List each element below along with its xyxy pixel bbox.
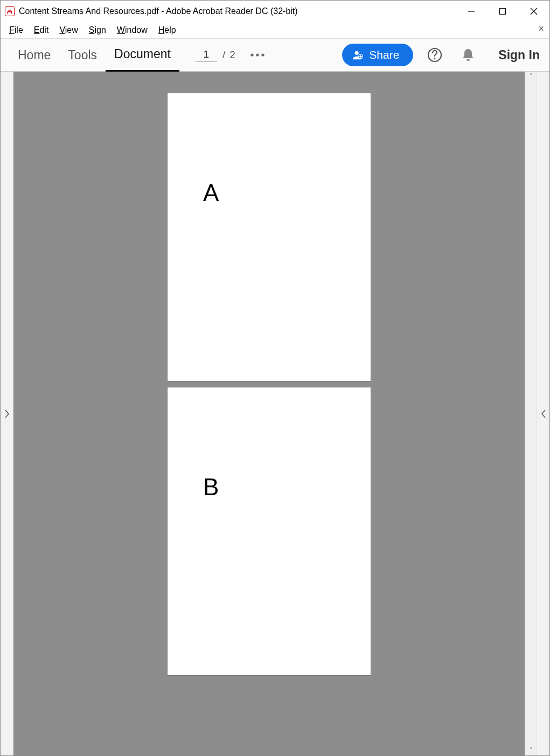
document-container: A B ˄ ˅: [1, 72, 549, 755]
svg-point-7: [261, 53, 264, 56]
menu-help[interactable]: Help: [153, 24, 182, 36]
menu-sign[interactable]: Sign: [83, 24, 112, 36]
svg-point-5: [250, 53, 253, 56]
share-person-icon: [352, 49, 364, 61]
menu-bar: File Edit View Sign Window Help ×: [1, 22, 549, 38]
scroll-down-arrow[interactable]: ˅: [530, 747, 533, 754]
help-button[interactable]: [423, 43, 447, 67]
document-viewport[interactable]: A B: [13, 72, 525, 755]
minimize-button[interactable]: [456, 1, 487, 22]
svg-point-6: [256, 53, 259, 56]
acrobat-icon: [5, 6, 15, 16]
sign-in-button[interactable]: Sign In: [498, 48, 540, 63]
main-toolbar: Home Tools Document / 2 Share: [1, 38, 549, 72]
menu-file[interactable]: File: [4, 24, 29, 36]
page-separator: /: [222, 49, 225, 61]
scroll-up-arrow[interactable]: ˄: [530, 73, 533, 80]
page-1-content: A: [203, 179, 219, 206]
ellipsis-icon: [249, 52, 266, 58]
svg-point-8: [355, 51, 359, 55]
vertical-scrollbar[interactable]: ˄ ˅: [525, 72, 537, 755]
window-title: Content Streams And Resources.pdf - Adob…: [19, 6, 298, 16]
left-panel-toggle[interactable]: [1, 72, 13, 755]
page-navigator: / 2: [196, 48, 235, 62]
chevron-right-icon: [4, 410, 10, 418]
menu-view[interactable]: View: [54, 24, 83, 36]
close-panel-button[interactable]: ×: [538, 23, 544, 34]
help-icon: [427, 47, 443, 63]
tab-tools[interactable]: Tools: [59, 38, 106, 72]
right-panel-toggle[interactable]: [537, 72, 549, 755]
svg-rect-0: [5, 7, 15, 16]
tab-home[interactable]: Home: [9, 38, 59, 72]
share-label: Share: [369, 48, 399, 61]
more-tools-button[interactable]: [249, 52, 266, 58]
menu-window[interactable]: Window: [112, 24, 153, 36]
notifications-button[interactable]: [456, 43, 480, 67]
tab-document[interactable]: Document: [106, 38, 179, 72]
close-button[interactable]: [518, 1, 549, 22]
page-2-content: B: [203, 474, 219, 501]
pdf-page-1: A: [168, 93, 371, 381]
share-button[interactable]: Share: [342, 44, 413, 66]
pdf-page-2: B: [168, 387, 371, 675]
page-number-input[interactable]: [196, 48, 217, 62]
chevron-left-icon: [541, 410, 546, 418]
svg-rect-2: [500, 9, 506, 15]
bell-icon: [461, 47, 475, 63]
menu-edit[interactable]: Edit: [29, 24, 54, 36]
app-window: Content Streams And Resources.pdf - Adob…: [0, 0, 550, 756]
page-total: 2: [229, 49, 235, 61]
maximize-button[interactable]: [487, 1, 518, 22]
title-bar: Content Streams And Resources.pdf - Adob…: [1, 1, 549, 22]
svg-point-13: [434, 58, 436, 60]
